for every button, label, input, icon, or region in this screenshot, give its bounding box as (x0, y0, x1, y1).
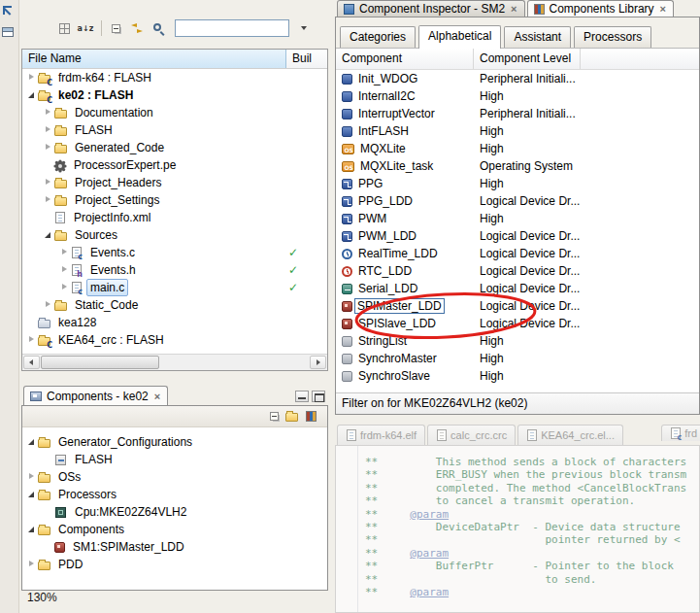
expander-expanded-icon[interactable] (43, 229, 54, 241)
expander-expanded-icon[interactable] (26, 89, 38, 101)
column-header-component-level[interactable]: Component Level (474, 49, 581, 69)
filter-input[interactable] (175, 19, 289, 37)
library-row-synchromaster[interactable]: SynchroMasterHigh (336, 350, 699, 367)
expander-collapsed-icon[interactable] (26, 559, 38, 570)
close-icon[interactable] (660, 2, 666, 16)
library-row-ppg[interactable]: PPGHigh (336, 175, 699, 192)
editor-tab-frd[interactable]: frd (661, 425, 700, 441)
minimize-view-icon[interactable] (295, 391, 309, 402)
library-row-serial-ldd[interactable]: Serial_LDDLogical Device Dr... (336, 280, 699, 297)
library-row-rtc-ldd[interactable]: RTC_LDDLogical Device Dr... (336, 262, 699, 280)
tab-processors[interactable]: Processors (574, 26, 651, 48)
view-menu-button[interactable] (294, 18, 314, 38)
library-row-pwm[interactable]: PWMHigh (336, 210, 699, 227)
tree-row-processorexpert-pe[interactable]: ProcessorExpert.pe (22, 156, 327, 174)
collapse-all-button[interactable] (265, 408, 283, 426)
expander-expanded-icon[interactable] (26, 436, 38, 448)
column-header-file-name[interactable]: File Name (22, 50, 286, 68)
spi-icon (54, 542, 65, 553)
library-row-mqxlite-task[interactable]: MQXLite_taskOperating System (336, 157, 699, 175)
column-header-component[interactable]: Component (336, 49, 474, 69)
zoom-level[interactable]: 130% (27, 591, 57, 604)
tree-row-documentation[interactable]: Documentation (22, 104, 327, 121)
expander-collapsed-icon[interactable] (43, 194, 54, 206)
library-row-internali2c[interactable]: InternalI2CHigh (336, 87, 699, 105)
restore-view-button[interactable] (1, 6, 17, 21)
library-row-stringlist[interactable]: StringListHigh (336, 332, 699, 350)
expander-collapsed-icon[interactable] (59, 282, 71, 293)
tree-row-oss[interactable]: OSs (22, 468, 327, 486)
library-row-intflash[interactable]: IntFLASHHigh (336, 122, 699, 140)
editor-tab-frdm-k64-elf[interactable]: frdm-k64.elf (337, 425, 425, 445)
tree-row-events-h[interactable]: Events.h✓ (22, 261, 327, 279)
tree-row-processors[interactable]: Processors (22, 486, 327, 503)
library-row-realtime-ldd[interactable]: RealTime_LDDLogical Device Dr... (336, 245, 699, 262)
view-tab-components[interactable]: Components - ke02 (23, 386, 168, 405)
view-tab-components-library[interactable]: Components Library (527, 0, 675, 17)
tab-alphabetical[interactable]: Alphabetical (418, 25, 501, 49)
tree-row-frdm-k64-flash[interactable]: frdm-k64 : FLASH (22, 69, 327, 86)
expander-collapsed-icon[interactable] (43, 142, 54, 153)
close-icon[interactable] (511, 2, 517, 16)
expander-collapsed-icon[interactable] (26, 334, 38, 346)
expander-collapsed-icon[interactable] (43, 177, 54, 188)
tab-categories[interactable]: Categories (340, 26, 416, 48)
tree-row-static-code[interactable]: Static_Code (22, 296, 327, 314)
tree-row-events-c[interactable]: Events.c✓ (22, 244, 327, 261)
tree-row-ke02-flash[interactable]: ke02 : FLASH (22, 86, 327, 104)
horizontal-scrollbar[interactable] (22, 354, 327, 370)
expander-collapsed-icon[interactable] (43, 124, 54, 136)
library-row-ppg-ldd[interactable]: PPG_LDDLogical Device Dr... (336, 192, 699, 210)
tree-row-kea64-crc-flash[interactable]: KEA64_crc : FLASH (22, 331, 327, 349)
collapse-all-button[interactable] (106, 18, 125, 38)
library-row-spimaster-ldd[interactable]: SPIMaster_LDDLogical Device Dr... (336, 297, 699, 315)
filter-components-button[interactable] (304, 408, 321, 426)
library-row-mqxlite[interactable]: MQXLiteHigh (336, 140, 699, 157)
expander-collapsed-icon[interactable] (26, 72, 38, 84)
link-editor-button[interactable] (127, 18, 147, 38)
tree-row-main-c[interactable]: main.c✓ (22, 279, 327, 296)
expander-collapsed-icon[interactable] (43, 299, 54, 311)
minimized-view-button[interactable] (1, 27, 17, 43)
expander-expanded-icon[interactable] (26, 489, 38, 500)
scroll-right-icon[interactable] (310, 356, 326, 369)
library-row-interruptvector[interactable]: InterruptVectorPeripheral Initiali... (336, 105, 699, 122)
tree-layout-button[interactable] (54, 18, 74, 38)
expander-collapsed-icon[interactable] (26, 471, 38, 483)
editor-tab-calc-crc-crc[interactable]: calc_crc.crc (427, 425, 516, 445)
code-editor[interactable]: ** This method sends a block of characte… (335, 445, 700, 613)
search-button[interactable] (149, 18, 168, 38)
tree-row-sm1-spimaster-ldd[interactable]: SM1:SPIMaster_LDD (22, 538, 327, 556)
library-row-pwm-ldd[interactable]: PWM_LDDLogical Device Dr... (336, 227, 699, 245)
sort-button[interactable] (76, 18, 95, 38)
scrollbar-thumb[interactable] (41, 356, 159, 369)
maximize-view-icon[interactable] (312, 391, 325, 402)
component-name: Init_WDOG (357, 72, 418, 85)
library-row-synchroslave[interactable]: SynchroSlaveHigh (336, 367, 699, 385)
tree-row-projectinfo-xml[interactable]: ProjectInfo.xml (22, 209, 327, 226)
tree-row-generator-configurations[interactable]: Generator_Configurations (22, 433, 327, 451)
tree-row-generated-code[interactable]: Generated_Code (22, 139, 327, 156)
tree-row-kea128[interactable]: kea128 (22, 314, 327, 331)
library-row-spislave-ldd[interactable]: SPISlave_LDDLogical Device Dr... (336, 315, 699, 332)
expander-expanded-icon[interactable] (26, 524, 38, 535)
tree-row-project-settings[interactable]: Project_Settings (22, 191, 327, 209)
new-folder-button[interactable] (284, 408, 302, 426)
tree-row-flash[interactable]: FLASH (22, 121, 327, 139)
column-header-build[interactable]: Buil (286, 50, 327, 68)
expander-collapsed-icon[interactable] (43, 107, 54, 119)
tree-row-project-headers[interactable]: Project_Headers (22, 174, 327, 191)
library-row-init-wdog[interactable]: Init_WDOGPeripheral Initiali... (336, 70, 699, 87)
editor-tab-kea64-crc-el[interactable]: KEA64_crc.el... (517, 425, 623, 445)
tree-row-sources[interactable]: Sources (22, 226, 327, 244)
close-icon[interactable] (154, 390, 160, 403)
expander-collapsed-icon[interactable] (59, 264, 71, 276)
scroll-left-icon[interactable] (23, 356, 40, 369)
tree-row-components[interactable]: Components (22, 521, 327, 538)
tree-row-cpu-mke02z64vlh2[interactable]: Cpu:MKE02Z64VLH2 (22, 503, 327, 521)
expander-collapsed-icon[interactable] (59, 247, 71, 258)
tree-row-pdd[interactable]: PDD (22, 556, 327, 573)
view-tab-component-inspector-sm2[interactable]: Component Inspector - SM2 (337, 0, 525, 17)
tab-assistant[interactable]: Assistant (504, 26, 571, 48)
tree-row-flash[interactable]: FLASH (22, 451, 327, 468)
